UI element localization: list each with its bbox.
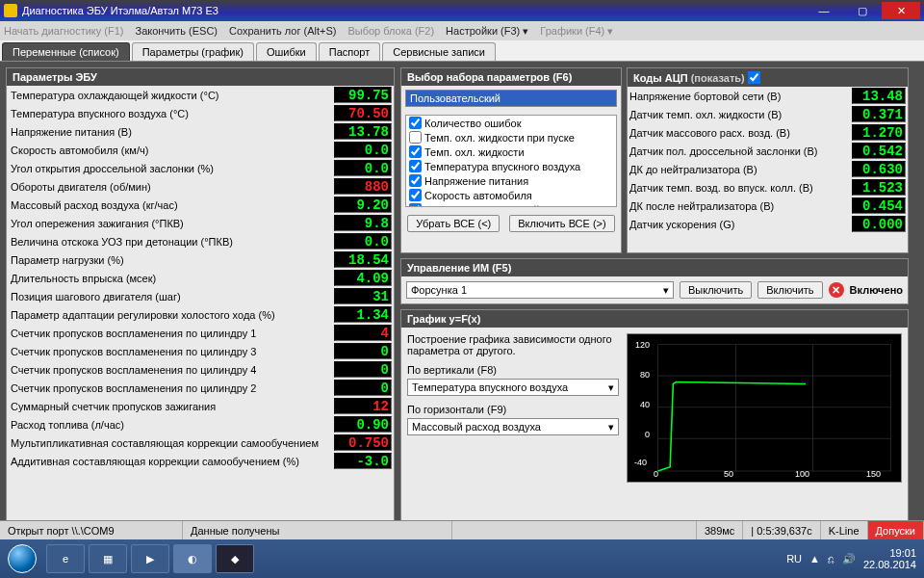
tab-errors[interactable]: Ошибки: [256, 42, 317, 61]
ecu-param-label: Угол опережения зажигания (°ПКВ): [9, 218, 334, 229]
ecu-param-row[interactable]: Температура охлаждающей жидкости (°C)99.…: [7, 86, 394, 104]
ecu-param-value: 9.20: [334, 197, 392, 213]
paramset-checkbox[interactable]: [409, 117, 422, 129]
paramset-item-label: Темп. охл. жидкости: [424, 146, 525, 158]
adc-show-checkbox[interactable]: [748, 71, 760, 84]
ecu-param-row[interactable]: Счетчик пропусков воспламенения по цилин…: [7, 379, 394, 397]
ecu-param-label: Счетчик пропусков воспламенения по цилин…: [9, 364, 334, 376]
paramset-checkbox[interactable]: [409, 131, 422, 144]
ecu-params-list[interactable]: Температура охлаждающей жидкости (°C)99.…: [7, 86, 394, 531]
paramset-item[interactable]: Напряжение питания: [406, 173, 616, 188]
adc-value: 13.48: [852, 88, 906, 104]
paramset-checkbox[interactable]: [409, 189, 422, 201]
tray-clock[interactable]: 19:0122.08.2014: [863, 547, 916, 570]
im-on-button[interactable]: Включить: [757, 281, 822, 299]
im-combo[interactable]: Форсунка 1: [406, 281, 674, 299]
ecu-param-row[interactable]: Аддитивная составляющая коррекции самооб…: [7, 452, 394, 470]
taskbar-browser-icon[interactable]: ◐: [173, 544, 212, 573]
ecu-param-row[interactable]: Обороты двигателя (об/мин)880: [7, 177, 394, 196]
ecu-param-row[interactable]: Скорость автомобиля (км/ч)0.0: [7, 141, 394, 159]
window-titlebar: Диагностика ЭБУ Итэлма/Автэл М73 E3 — ▢ …: [0, 0, 924, 21]
graph-plot: 120 80 40 0 -40 0 50 100 150: [627, 333, 902, 483]
windows-orb-icon: [8, 544, 37, 573]
ecu-param-value: 31: [334, 288, 392, 304]
paramset-item[interactable]: Темп. охл. жидкости при пуске: [406, 130, 616, 144]
paramset-item[interactable]: Температура впускного воздуха: [406, 159, 616, 173]
ecu-param-label: Величина отскока УОЗ при детонации (°ПКВ…: [9, 236, 334, 248]
taskbar-app-icon[interactable]: ◆: [216, 544, 254, 573]
ecu-param-row[interactable]: Расход топлива (л/час)0.90: [7, 415, 394, 434]
adc-label: Датчик ускорения (G): [629, 219, 852, 230]
menu-save[interactable]: Сохранить лог (Alt+S): [229, 25, 336, 37]
tray-lang[interactable]: RU: [786, 553, 802, 565]
adc-value: 0.371: [852, 106, 906, 122]
paramset-combo[interactable]: Пользовательский: [405, 90, 617, 107]
ecu-param-row[interactable]: Параметр адаптации регулировки холостого…: [7, 305, 394, 324]
ecu-param-row[interactable]: Напряжение питания (В)13.78: [7, 122, 394, 141]
ecu-param-row[interactable]: Позиция шагового двигателя (шаг)31: [7, 287, 394, 305]
ecu-param-label: Аддитивная составляющая коррекции самооб…: [9, 456, 334, 467]
close-button[interactable]: ✕: [882, 2, 920, 19]
ecu-param-row[interactable]: Счетчик пропусков воспламенения по цилин…: [7, 360, 394, 379]
ecu-param-row[interactable]: Величина отскока УОЗ при детонации (°ПКВ…: [7, 232, 394, 250]
paramset-checklist[interactable]: Количество ошибокТемп. охл. жидкости при…: [405, 115, 617, 207]
paramset-item[interactable]: Скорость автомобиля: [406, 188, 616, 202]
ecu-param-row[interactable]: Температура впускного воздуха (°C)70.50: [7, 104, 394, 122]
ecu-param-row[interactable]: Угол открытия дроссельной заслонки (%)0.…: [7, 159, 394, 177]
adc-value: 0.542: [852, 143, 906, 159]
paramset-checkbox[interactable]: [409, 203, 422, 207]
taskbar-explorer-icon[interactable]: ▦: [89, 544, 127, 573]
taskbar-ie-icon[interactable]: e: [46, 544, 85, 573]
ecu-param-label: Угол открытия дроссельной заслонки (%): [9, 163, 334, 174]
ecu-param-label: Мультипликативная составляющая коррекции…: [9, 437, 334, 449]
start-button[interactable]: [0, 539, 44, 578]
graph-y-label: По вертикали (F8): [407, 364, 619, 376]
ecu-param-label: Температура охлаждающей жидкости (°C): [9, 90, 334, 101]
graph-x-combo[interactable]: Массовый расход воздуха: [407, 418, 619, 435]
adc-label: Датчик темп. возд. во впуск. колл. (В): [629, 182, 852, 194]
taskbar-media-icon[interactable]: ▶: [131, 544, 169, 573]
ecu-param-value: 18.54: [334, 251, 392, 268]
menu-stop[interactable]: Закончить (ESC): [135, 25, 218, 37]
status-dop[interactable]: Допуски: [868, 521, 924, 539]
adc-show-link[interactable]: (показать): [691, 72, 745, 84]
ecu-param-row[interactable]: Мультипликативная составляющая коррекции…: [7, 434, 394, 452]
tray-flag-icon[interactable]: ▲: [809, 553, 820, 565]
tray-sound-icon[interactable]: 🔊: [842, 553, 856, 565]
ecu-param-value: 4: [334, 325, 392, 341]
select-all-button[interactable]: Включить ВСЕ (>): [509, 215, 614, 232]
paramset-item[interactable]: Количество ошибок: [406, 116, 616, 130]
adc-row: Датчик темп. возд. во впуск. колл. (В)1.…: [628, 178, 908, 197]
graph-y-combo[interactable]: Температура впускного воздуха: [407, 379, 619, 396]
ecu-param-row[interactable]: Длительность впрыска (мсек)4.09: [7, 269, 394, 287]
menu-settings[interactable]: Настройки (F3) ▾: [446, 25, 528, 38]
paramset-item[interactable]: Угол откр. дроссельной засл.: [406, 202, 616, 207]
ecu-param-row[interactable]: Суммарный счетчик пропусков зажигания12: [7, 397, 394, 415]
im-title: Управление ИМ (F5): [401, 259, 908, 276]
menu-block: Выбор блока (F2): [347, 25, 434, 37]
paramset-checkbox[interactable]: [409, 145, 422, 158]
ecu-param-row[interactable]: Параметр нагрузки (%)18.54: [7, 250, 394, 269]
paramset-checkbox[interactable]: [409, 160, 422, 172]
im-off-button[interactable]: Выключить: [680, 281, 752, 299]
tab-passport[interactable]: Паспорт: [319, 42, 381, 61]
tab-service[interactable]: Сервисные записи: [382, 42, 496, 61]
ecu-param-row[interactable]: Массовый расход воздуха (кг/час)9.20: [7, 196, 394, 214]
stop-icon[interactable]: ✕: [829, 282, 844, 298]
ecu-param-label: Обороты двигателя (об/мин): [9, 181, 334, 193]
maximize-button[interactable]: ▢: [843, 2, 882, 19]
tray-network-icon[interactable]: ⎌: [828, 553, 834, 565]
ecu-param-row[interactable]: Счетчик пропусков воспламенения по цилин…: [7, 324, 394, 342]
ecu-param-row[interactable]: Угол опережения зажигания (°ПКВ)9.8: [7, 214, 394, 232]
tab-params-graph[interactable]: Параметры (график): [132, 42, 254, 61]
paramset-item[interactable]: Темп. охл. жидкости: [406, 144, 616, 159]
minimize-button[interactable]: —: [805, 2, 843, 19]
paramset-item-label: Темп. охл. жидкости при пуске: [424, 132, 575, 144]
tab-variables[interactable]: Переменные (список): [2, 42, 130, 61]
paramset-checkbox[interactable]: [409, 174, 422, 187]
adc-row: Датчик массового расх. возд. (В)1.270: [628, 123, 908, 142]
taskbar: e ▦ ▶ ◐ ◆ RU ▲ ⎌ 🔊 19:0122.08.2014: [0, 539, 924, 578]
clear-all-button[interactable]: Убрать ВСЕ (<): [407, 215, 500, 232]
ecu-param-row[interactable]: Счетчик пропусков воспламенения по цилин…: [7, 342, 394, 360]
adc-list[interactable]: Напряжение бортовой сети (В)13.48Датчик …: [628, 87, 908, 252]
